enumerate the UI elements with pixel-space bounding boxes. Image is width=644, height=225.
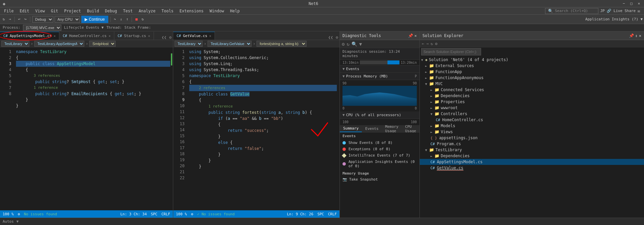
tree-wwwroot[interactable]: ► 📁 wwwroot bbox=[420, 105, 644, 111]
split-left-btn2[interactable]: ❮❮ bbox=[327, 35, 334, 40]
redo-btn[interactable]: ↪ bbox=[23, 16, 28, 23]
tree-homecontroller[interactable]: C# HomeController.cs bbox=[420, 117, 644, 123]
tab-close4[interactable]: ✕ bbox=[209, 34, 211, 38]
menu-edit[interactable]: Edit bbox=[17, 8, 32, 14]
tree-testlibrary[interactable]: ▼ 📁 TestLibrary bbox=[420, 147, 644, 153]
memory-section-header[interactable]: ▼ Process Memory (MB) P bbox=[340, 73, 419, 80]
lifecycle-btn[interactable]: Lifecycle Events ▼ bbox=[64, 25, 104, 30]
diag-pin-icon[interactable]: 📌 bbox=[408, 33, 413, 38]
tab-startup[interactable]: C# Startup.cs ✕ bbox=[114, 32, 154, 40]
tree-mvc-dependencies[interactable]: ► 📁 Dependencies bbox=[420, 93, 644, 99]
timeline-bar[interactable] bbox=[360, 60, 399, 64]
take-snapshot-btn[interactable]: 📷 Take Snapshot bbox=[340, 176, 419, 183]
sol-settings-btn[interactable]: ⚙ bbox=[434, 41, 438, 46]
cpu-section-header[interactable]: ▼ CPU (% of all processors) bbox=[340, 111, 419, 119]
tree-testlib-deps[interactable]: ► 📁 Dependencies bbox=[420, 153, 644, 159]
diag-tab-cpu[interactable]: CPU Usage bbox=[402, 125, 419, 132]
tree-appsettings[interactable]: { } appsettings.json bbox=[420, 135, 644, 141]
menu-view[interactable]: View bbox=[33, 8, 48, 14]
event-exceptions[interactable]: Exceptions (0 of 0) bbox=[340, 146, 419, 152]
events-section-header[interactable]: ▼ Events bbox=[340, 65, 419, 73]
sol-header-buttons[interactable]: 📌 ⇕ ✕ bbox=[629, 33, 641, 38]
sol-back-btn[interactable]: ← bbox=[421, 41, 425, 46]
split-left-btn[interactable]: ❮❮ bbox=[160, 35, 168, 40]
diag-close-icon[interactable]: ✕ bbox=[414, 33, 417, 38]
tab-getvalue[interactable]: C# GetValue.cs ✕ bbox=[173, 32, 215, 40]
menu-help[interactable]: Help bbox=[227, 8, 242, 14]
sol-forward-btn[interactable]: → bbox=[425, 41, 429, 46]
step-out-btn[interactable]: ⇑ bbox=[125, 16, 130, 23]
feedback-icon[interactable]: ✉ bbox=[638, 9, 640, 13]
diag-tab-summary[interactable]: Summary bbox=[340, 125, 362, 132]
diag-tab-memory[interactable]: Memory Usage bbox=[382, 125, 402, 132]
forward-btn[interactable]: → bbox=[8, 16, 13, 23]
split-right-btn2[interactable]: ⚙ bbox=[334, 35, 339, 40]
diag-search-icon[interactable]: 🔍 bbox=[351, 41, 357, 47]
diag-tab-events[interactable]: Events bbox=[362, 125, 382, 132]
tree-external-sources[interactable]: ► 📁 External Sources bbox=[420, 63, 644, 69]
tree-functionappanon[interactable]: ► 📁 FunctionAppAnonymous bbox=[420, 75, 644, 81]
breadcrumb-member-2[interactable]: fortest(string a, string b) bbox=[257, 41, 307, 47]
menu-git[interactable]: Git bbox=[48, 8, 61, 14]
diag-refresh-icon[interactable]: ↻ bbox=[346, 41, 349, 47]
tree-mvc[interactable]: ▼ 📁 MVC bbox=[420, 81, 644, 87]
code-content-2[interactable]: using System; using System.Collections.G… bbox=[187, 47, 339, 210]
sol-pin-icon[interactable]: 📌 bbox=[629, 33, 634, 38]
platform-dropdown[interactable]: Any CPU bbox=[55, 16, 80, 23]
back-btn[interactable]: ↻ bbox=[1, 16, 6, 23]
title-bar-controls[interactable]: − □ ✕ bbox=[621, 1, 641, 6]
event-appinsights[interactable]: Application Insights Events (0 of 0) bbox=[340, 159, 419, 169]
tree-program[interactable]: C# Program.cs bbox=[420, 141, 644, 147]
diag-header-icons[interactable]: 📌 ✕ bbox=[408, 33, 417, 38]
tree-connected-services[interactable]: ► 📁 Connected Services bbox=[420, 87, 644, 93]
breadcrumb-member-1[interactable]: SmtpHost bbox=[89, 41, 116, 47]
tab-close-btn[interactable]: ✕ bbox=[54, 34, 56, 38]
close-button[interactable]: ✕ bbox=[636, 1, 641, 6]
menu-analyze[interactable]: Analyze bbox=[136, 8, 158, 14]
diag-filter-icon[interactable]: ▼ bbox=[359, 41, 362, 47]
maximize-button[interactable]: □ bbox=[629, 1, 634, 6]
step-over-btn[interactable]: ↷ bbox=[113, 16, 118, 23]
stop-btn[interactable]: ■ bbox=[134, 16, 139, 23]
menu-extensions[interactable]: Extensions bbox=[177, 8, 206, 14]
restart-btn[interactable]: ↻ bbox=[140, 16, 145, 23]
breadcrumb-class-2[interactable]: TestLibrary.GetValue bbox=[208, 41, 252, 47]
sol-expand-icon[interactable]: ⇕ bbox=[635, 33, 638, 38]
sol-close-icon[interactable]: ✕ bbox=[639, 33, 641, 38]
tree-properties[interactable]: ► 📁 Properties bbox=[420, 99, 644, 105]
menu-project[interactable]: Project bbox=[61, 8, 84, 14]
menu-test[interactable]: Test bbox=[120, 8, 135, 14]
tree-appsettingsmodel[interactable]: C# AppSettingsModel.cs bbox=[420, 159, 644, 165]
event-intellitrace[interactable]: IntelliTrace Events (7 of 7) bbox=[340, 152, 419, 159]
debug-config-dropdown[interactable]: Debug bbox=[32, 16, 53, 23]
continue-button[interactable]: ▶ Continue bbox=[81, 16, 108, 23]
tree-getvalue[interactable]: C# GetValue.cs bbox=[420, 165, 644, 171]
process-dropdown[interactable]: [17088] MVC.exe bbox=[23, 25, 61, 31]
menu-build[interactable]: Build bbox=[84, 8, 102, 14]
tree-models[interactable]: ► 📁 Models bbox=[420, 123, 644, 129]
split-right-btn[interactable]: ⚙ bbox=[168, 35, 173, 40]
tab-appsettingsmodel[interactable]: C# AppSettingsModel.cs ✕ bbox=[0, 32, 59, 40]
sol-refresh-btn[interactable]: ↻ bbox=[430, 41, 433, 46]
app-insights-btn[interactable]: Application Insights (?) ▼ bbox=[585, 17, 643, 21]
code-content-1[interactable]: namespace TestLibrary { public class App… bbox=[13, 47, 173, 210]
breadcrumb-class-1[interactable]: TestLibrary.AppSettingsModel bbox=[34, 41, 84, 47]
tab-close2[interactable]: ✕ bbox=[109, 34, 111, 38]
menu-debug[interactable]: Debug bbox=[102, 8, 120, 14]
tree-functionapp[interactable]: ► 📁 FunctionApp bbox=[420, 69, 644, 75]
menu-tools[interactable]: Tools bbox=[159, 8, 176, 14]
tree-solution-root[interactable]: ▼ ◈ Solution 'Net6' (4 of 4 projects) bbox=[420, 57, 644, 63]
breadcrumb-project-2[interactable]: TestLibrary bbox=[175, 41, 203, 47]
breadcrumb-project-1[interactable]: TestLibrary bbox=[1, 41, 29, 47]
tree-views[interactable]: ► 📁 Views bbox=[420, 129, 644, 135]
menu-window[interactable]: Window bbox=[207, 8, 227, 14]
autos-collapse-icon[interactable]: ▼ bbox=[16, 219, 19, 224]
menu-file[interactable]: File bbox=[1, 8, 16, 14]
event-show-all[interactable]: Show Events (8 of 8) bbox=[340, 140, 419, 146]
step-into-btn[interactable]: ⇓ bbox=[119, 16, 124, 23]
solution-search-input[interactable] bbox=[421, 48, 481, 55]
diag-settings-icon[interactable]: ⚙ bbox=[342, 41, 344, 47]
live-share-btn[interactable]: 🔗 Live Share bbox=[607, 9, 636, 13]
tree-controllers[interactable]: ▼ 📁 Controllers bbox=[420, 111, 644, 117]
tab-close3[interactable]: ✕ bbox=[148, 34, 150, 38]
